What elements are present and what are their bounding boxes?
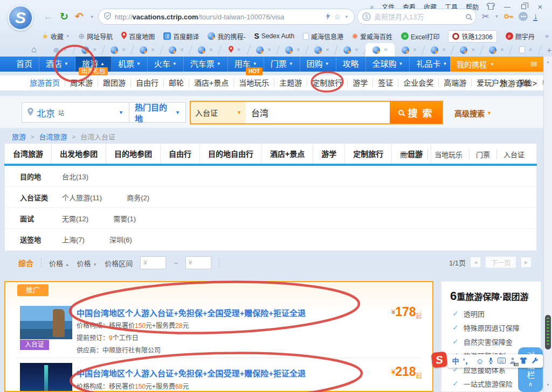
scrollbar-thumb[interactable] xyxy=(545,315,551,349)
next-page-button[interactable]: 下一页 xyxy=(485,256,516,268)
bookmark-baidu-map[interactable]: 百度地图 xyxy=(121,32,155,41)
advanced-search-link[interactable]: 高级搜索▼ xyxy=(454,108,492,118)
browser-tab[interactable]: × xyxy=(249,43,278,57)
browser-tab[interactable]: × xyxy=(191,43,220,57)
tab-destination-group[interactable]: 目的地参团 xyxy=(106,144,161,164)
tab-free-travel[interactable]: 自由行 xyxy=(161,144,200,164)
favorite-star-icon[interactable]: ☆ xyxy=(334,12,341,21)
subnav-visa[interactable]: 签证 xyxy=(373,79,398,87)
restore-button[interactable] xyxy=(521,4,526,9)
tab-custom-travel[interactable]: 定制旅行 xyxy=(345,144,392,164)
price-max-input[interactable] xyxy=(185,256,211,269)
browser-tab[interactable]: × xyxy=(453,43,482,57)
nav-flight[interactable]: 机票▼ xyxy=(112,57,148,72)
ime-punctuation-toggle[interactable]: ’， xyxy=(463,358,472,365)
tab-close-icon[interactable]: × xyxy=(471,47,474,53)
bookmark-aiweihai[interactable]: ❋ 爱威海百姓 xyxy=(352,32,392,41)
subnav-group-tour[interactable]: 跟团游 xyxy=(98,79,131,87)
filter-option[interactable]: 无需(12) xyxy=(62,213,88,223)
tab-close-icon[interactable]: × xyxy=(384,47,387,53)
tab-close-icon[interactable]: × xyxy=(355,47,358,53)
departure-city-select[interactable]: 北京 站 ▼ xyxy=(22,102,129,123)
bookmark-my-ctrip[interactable]: 我的携程- xyxy=(208,32,245,41)
user-lexicon-icon[interactable]: 10 xyxy=(509,357,516,365)
prev-page-button[interactable]: ◀ xyxy=(470,257,481,268)
tab-study-tour[interactable]: 游学 xyxy=(313,144,345,164)
tab-close-icon[interactable]: × xyxy=(296,47,300,53)
tab-close-icon[interactable]: × xyxy=(500,47,503,53)
filter-option[interactable]: 需要(1) xyxy=(113,213,136,223)
tab-close-icon[interactable]: × xyxy=(413,47,416,53)
product-title-link[interactable]: 中国台湾地区个人游入台证+免担保+全国受理+赠保险+拒证全退 xyxy=(77,307,306,318)
nav-guide[interactable]: 攻略 xyxy=(336,57,366,72)
subnav-local-fun[interactable]: 当地玩乐 xyxy=(234,79,274,87)
browser-tab[interactable]: × xyxy=(482,43,511,57)
browser-tab[interactable]: × xyxy=(133,43,162,57)
browser-tab[interactable]: × xyxy=(278,43,307,57)
link-tickets[interactable]: 门票 xyxy=(469,149,496,159)
lightning-icon[interactable] xyxy=(326,12,330,22)
next-arrow-button[interactable]: ▶ xyxy=(521,257,532,268)
bookmark-sedex[interactable]: S Sedex Auth xyxy=(254,32,294,40)
favorites-caret[interactable]: ▼ xyxy=(66,34,70,39)
tab-destination-free[interactable]: 目的地自由行 xyxy=(200,144,262,164)
tab-close-icon[interactable]: × xyxy=(151,47,154,53)
subnav-weekend[interactable]: 周末游 xyxy=(65,79,98,87)
browser-tab[interactable]: × xyxy=(395,43,424,57)
urlbar-dropdown-caret[interactable]: ▼ xyxy=(344,15,349,19)
tab-close-icon[interactable]: × xyxy=(63,47,66,53)
search-icon[interactable] xyxy=(466,14,471,19)
tab-close-icon[interactable]: × xyxy=(122,47,125,53)
browser-tab[interactable]: × xyxy=(220,43,249,57)
search-button[interactable]: 搜 索 xyxy=(390,102,442,123)
bookmark-weihai-info[interactable]: 威海信息港 xyxy=(303,32,343,41)
product-photo[interactable] xyxy=(20,306,72,339)
sort-price-desc[interactable]: 价格 ▼ xyxy=(77,258,98,268)
new-tab-button[interactable]: + xyxy=(540,43,552,57)
bookmark-baidu-translate[interactable]: 译 百度翻译 xyxy=(163,32,199,41)
tab-close-icon[interactable]: × xyxy=(267,47,271,53)
screenshot-scissors-icon[interactable]: ✂ xyxy=(482,11,489,22)
filter-option[interactable]: 商务(2) xyxy=(127,192,149,202)
subnav-free-travel[interactable]: 自由行 xyxy=(131,79,164,87)
tab-hotel-scenic[interactable]: 酒店+景点 xyxy=(262,144,313,164)
tab-close-icon[interactable]: × xyxy=(442,47,445,53)
tab-close-icon[interactable]: × xyxy=(529,47,532,53)
browser-tab[interactable]: × xyxy=(104,43,133,57)
hot-destination-select[interactable]: 热门目的地 ▼ xyxy=(129,102,186,123)
scroll-up-icon[interactable]: ▲ xyxy=(544,60,552,64)
link-premium-tour[interactable]: 高端游 xyxy=(394,149,427,159)
product-title-link[interactable]: 中国台湾地区个人游入台证+免担保+全国受理+赠保险+拒证全退 xyxy=(77,367,306,379)
wrench-settings-icon[interactable] xyxy=(531,357,538,365)
browser-tab[interactable]: × xyxy=(162,43,191,57)
sort-price-asc[interactable]: 价格 ▲ xyxy=(49,258,70,268)
close-button[interactable]: × xyxy=(536,2,544,11)
search-category-select[interactable]: 入台证 ▼ xyxy=(191,102,246,123)
minimize-button[interactable]: — xyxy=(503,3,512,11)
sort-comprehensive[interactable]: 综合 xyxy=(18,257,33,268)
chrome-search-box[interactable]: S xyxy=(357,9,477,25)
search-keyword-input[interactable]: 台湾 xyxy=(246,102,390,123)
subnav-study-tour[interactable]: 游学 xyxy=(348,79,373,87)
chrome-search-input[interactable] xyxy=(374,13,463,21)
subnav-theme-tour[interactable]: 主题游 xyxy=(274,79,307,87)
browser-tab[interactable]: × xyxy=(336,43,365,57)
undo-close-button[interactable]: ↶ xyxy=(75,10,84,24)
bookmark-railway-12306[interactable]: 铁路12306 xyxy=(448,30,496,43)
tab-close-icon[interactable]: × xyxy=(209,47,212,53)
filter-option[interactable]: 台北(13) xyxy=(62,171,88,181)
breadcrumb-travel[interactable]: 旅游 xyxy=(12,131,26,142)
browser-tab[interactable]: ⊕× xyxy=(45,43,74,57)
travel-order-link[interactable]: 旅游订单 > xyxy=(490,75,537,90)
browser-tab[interactable]: × xyxy=(307,43,336,57)
bookmark-site-nav[interactable]: ⊕ 网址导航 xyxy=(79,32,113,41)
subnav-corporate[interactable]: 企业会奖 xyxy=(398,79,439,87)
microphone-icon[interactable] xyxy=(488,357,494,366)
keyboard-icon[interactable] xyxy=(498,358,506,365)
address-bar[interactable]: http://vacations.ctrip.com/tours/d-taiwa… xyxy=(98,9,355,25)
tab-close-icon[interactable]: × xyxy=(93,47,96,53)
filter-option[interactable]: 深圳(6) xyxy=(109,234,132,244)
nav-ticket[interactable]: 门票▼ xyxy=(264,57,300,72)
tab-close-icon[interactable]: × xyxy=(180,47,183,53)
nav-gift-card[interactable]: 礼品卡▼ xyxy=(410,57,454,72)
